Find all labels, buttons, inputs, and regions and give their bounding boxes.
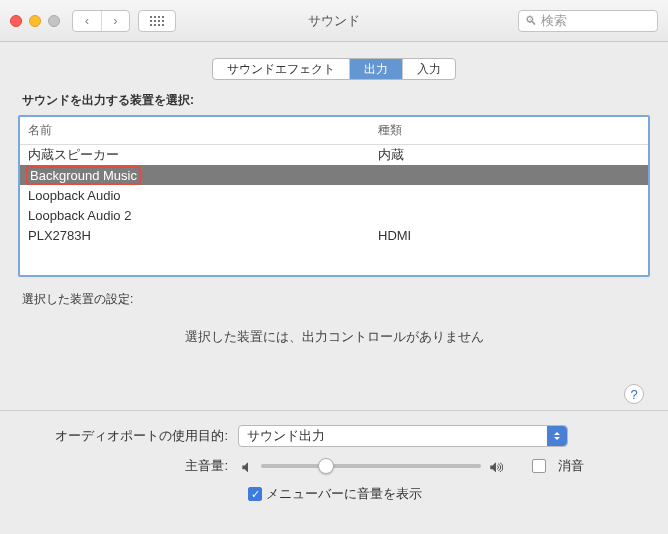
svg-rect-10 xyxy=(158,24,160,26)
svg-rect-5 xyxy=(154,20,156,22)
show-all-button[interactable] xyxy=(138,10,176,32)
table-row[interactable]: Loopback Audio 2 xyxy=(20,205,648,225)
speaker-high-icon: 🔊︎ xyxy=(489,458,504,475)
device-table-header: 名前 種類 xyxy=(20,117,648,145)
svg-rect-9 xyxy=(154,24,156,26)
tab-output[interactable]: 出力 xyxy=(349,59,402,79)
device-type: HDMI xyxy=(370,228,648,243)
svg-rect-3 xyxy=(162,16,164,18)
audio-port-label: オーディオポートの使用目的: xyxy=(18,427,238,445)
search-icon: 🔍︎ xyxy=(525,14,537,28)
tab-sound-effects[interactable]: サウンドエフェクト xyxy=(213,59,349,79)
device-name: 内蔵スピーカー xyxy=(20,146,370,164)
search-placeholder: 検索 xyxy=(541,12,567,30)
titlebar: ‹ › サウンド 🔍︎ 検索 xyxy=(0,0,668,42)
nav-back-forward[interactable]: ‹ › xyxy=(72,10,130,32)
volume-label: 主音量: xyxy=(18,457,238,475)
divider xyxy=(0,410,668,411)
menubar-volume-checkbox[interactable]: ✓ xyxy=(248,487,262,501)
col-header-type[interactable]: 種類 xyxy=(370,117,648,144)
zoom-icon xyxy=(48,15,60,27)
select-device-label: サウンドを出力する装置を選択: xyxy=(22,92,650,109)
table-row[interactable]: Background Music xyxy=(20,165,648,185)
device-name: PLX2783H xyxy=(20,228,370,243)
content: サウンドエフェクト 出力 入力 サウンドを出力する装置を選択: 名前 種類 内蔵… xyxy=(0,42,668,515)
window-controls xyxy=(10,15,60,27)
back-button[interactable]: ‹ xyxy=(73,11,101,31)
device-name: Loopback Audio 2 xyxy=(20,208,370,223)
volume-thumb[interactable] xyxy=(318,458,334,474)
forward-button[interactable]: › xyxy=(101,11,129,31)
grid-icon xyxy=(150,16,164,26)
minimize-icon[interactable] xyxy=(29,15,41,27)
device-settings-label: 選択した装置の設定: xyxy=(22,291,650,308)
search-input[interactable]: 🔍︎ 検索 xyxy=(518,10,658,32)
col-header-name[interactable]: 名前 xyxy=(20,117,370,144)
mute-checkbox[interactable] xyxy=(532,459,546,473)
menubar-volume-row: ✓ メニューバーに音量を表示 xyxy=(248,485,650,503)
menubar-volume-label: メニューバーに音量を表示 xyxy=(266,485,422,503)
svg-rect-2 xyxy=(158,16,160,18)
table-row[interactable]: 内蔵スピーカー 内蔵 xyxy=(20,145,648,165)
volume-row: 主音量: 🔈︎ 🔊︎ 消音 xyxy=(18,457,650,475)
help-icon: ? xyxy=(630,387,637,402)
tab-input[interactable]: 入力 xyxy=(402,59,455,79)
no-output-controls-message: 選択した装置には、出力コントロールがありません xyxy=(18,328,650,346)
highlight-box: Background Music xyxy=(26,166,141,185)
svg-rect-7 xyxy=(162,20,164,22)
device-name: Loopback Audio xyxy=(20,188,370,203)
audio-port-select[interactable]: サウンド出力 xyxy=(238,425,568,447)
svg-rect-1 xyxy=(154,16,156,18)
audio-port-value: サウンド出力 xyxy=(247,427,325,445)
tabs: サウンドエフェクト 出力 入力 xyxy=(18,58,650,80)
volume-slider[interactable] xyxy=(261,464,481,468)
svg-rect-6 xyxy=(158,20,160,22)
close-icon[interactable] xyxy=(10,15,22,27)
device-list: 内蔵スピーカー 内蔵 Background Music Loopback Aud… xyxy=(20,145,648,275)
table-row[interactable]: Loopback Audio xyxy=(20,185,648,205)
table-row[interactable]: PLX2783H HDMI xyxy=(20,225,648,245)
speaker-low-icon: 🔈︎ xyxy=(238,458,253,475)
svg-rect-8 xyxy=(150,24,152,26)
svg-rect-4 xyxy=(150,20,152,22)
svg-rect-0 xyxy=(150,16,152,18)
tab-group: サウンドエフェクト 出力 入力 xyxy=(212,58,456,80)
chevron-updown-icon xyxy=(547,426,567,446)
svg-rect-11 xyxy=(162,24,164,26)
window-title: サウンド xyxy=(308,12,360,30)
device-name: Background Music xyxy=(20,166,370,185)
device-table: 名前 種類 内蔵スピーカー 内蔵 Background Music Loopba… xyxy=(18,115,650,277)
audio-port-row: オーディオポートの使用目的: サウンド出力 xyxy=(18,425,650,447)
mute-label: 消音 xyxy=(558,457,584,475)
help-button[interactable]: ? xyxy=(624,384,644,404)
device-type: 内蔵 xyxy=(370,146,648,164)
